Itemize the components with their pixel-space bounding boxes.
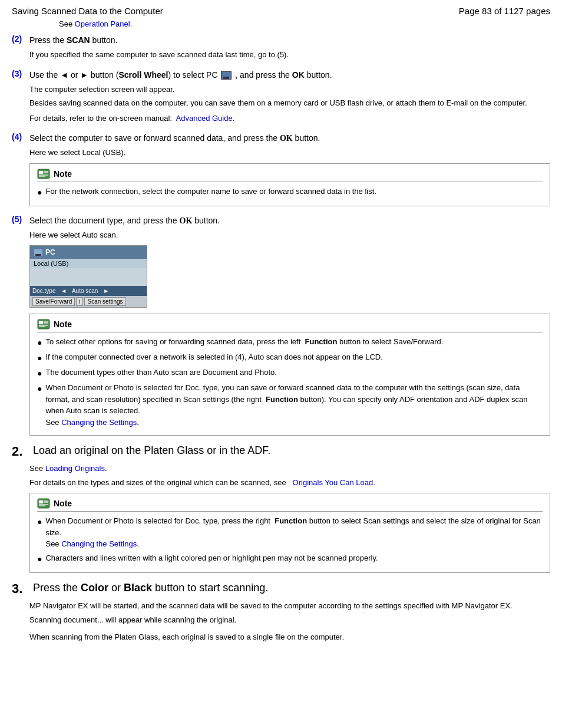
advanced-guide-link[interactable]: Advanced Guide xyxy=(176,114,233,123)
big-step-3-num: 3. xyxy=(12,581,33,597)
note5-item-4: ● When Document or Photo is selected for… xyxy=(37,382,543,428)
note-title-5: Note xyxy=(54,319,72,329)
big-step-3: 3. Press the Color or Black button to st… xyxy=(12,581,550,597)
loading-originals-link[interactable]: Loading Originals xyxy=(45,464,105,473)
svg-rect-7 xyxy=(39,321,43,324)
step-3-desc1: The computer selection screen will appea… xyxy=(29,84,550,95)
lcd-screenshot: PC Local (USB) Doc.type ◄ Auto scan ► Sa… xyxy=(29,245,147,308)
step-2-heading: Press the SCAN button. xyxy=(29,34,117,47)
step-4-heading: Select the computer to save or forward s… xyxy=(29,132,320,144)
changing-settings-link1[interactable]: Changing the Settings xyxy=(61,418,137,427)
big-step-3-desc2: Scanning document... will appear while s… xyxy=(29,614,550,626)
lcd-pc-label: PC xyxy=(45,248,55,256)
step-2-num: (2) xyxy=(12,34,29,44)
b2-note-item-1: ● When Document or Photo is selected for… xyxy=(37,515,543,550)
big-step-3-desc1: MP Navigator EX will be started, and the… xyxy=(29,600,550,612)
step-3-desc3: For details, refer to the on-screen manu… xyxy=(29,113,550,124)
step-5-desc: Here we select Auto scan. xyxy=(29,229,550,241)
step-4-num: (4) xyxy=(12,132,29,141)
operation-panel-link[interactable]: Operation Panel xyxy=(75,19,130,28)
see-prefix: See xyxy=(59,19,75,28)
big-step-2-details: For details on the types and sizes of th… xyxy=(29,477,550,489)
step-3-num: (3) xyxy=(12,69,29,78)
step-3: (3) Use the ◄ or ► button (Scroll Wheel)… xyxy=(12,69,550,124)
big-step-2-note: Note ● When Document or Photo is selecte… xyxy=(29,493,550,573)
step-5-note: Note ● To select other options for savin… xyxy=(29,314,550,436)
lcd-auto-scan: Auto scan xyxy=(72,288,98,294)
note-item-1: ● For the network connection, select the… xyxy=(37,186,543,199)
step-4-desc: Here we select Local (USB). xyxy=(29,147,550,159)
lcd-save-forward: Save/Forward xyxy=(32,297,75,306)
note5-item-1: ● To select other options for saving or … xyxy=(37,336,543,349)
big-step-3-desc4: When scanning from the Platen Glass, eac… xyxy=(12,631,550,643)
b2-note-item-2: ● Characters and lines written with a li… xyxy=(37,552,543,565)
step-5: (5) Select the document type, and press … xyxy=(12,215,550,436)
step-2: (2) Press the SCAN button. If you specif… xyxy=(12,34,550,61)
lcd-info: i xyxy=(76,297,83,306)
step-3-desc2: Besides saving scanned data on the compu… xyxy=(29,97,550,109)
changing-settings-link2[interactable]: Changing the Settings xyxy=(61,539,137,548)
lcd-arrow-right: ► xyxy=(103,288,109,294)
big-step-2-see: See Loading Originals. xyxy=(29,463,550,475)
step-3-heading: Use the ◄ or ► button (Scroll Wheel) to … xyxy=(29,69,332,81)
page-number: Page 83 of 1127 pages xyxy=(459,6,550,16)
note5-item-2: ● If the computer connected over a netwo… xyxy=(37,351,543,364)
step-2-desc: If you specified the same computer to sa… xyxy=(29,49,550,61)
step-5-heading: Select the document type, and press the … xyxy=(29,215,220,227)
svg-rect-13 xyxy=(39,500,43,503)
see-operation-panel: See Operation Panel. xyxy=(59,19,550,28)
note-title-b2: Note xyxy=(54,499,72,508)
step-4: (4) Select the computer to save or forwa… xyxy=(12,132,550,206)
note5-item-3: ● The document types other than Auto sca… xyxy=(37,367,543,380)
lcd-local-usb: Local (USB) xyxy=(30,259,147,268)
note-icon-b2 xyxy=(37,498,50,509)
note-title: Note xyxy=(54,169,72,179)
step-4-note: Note ● For the network connection, selec… xyxy=(29,163,550,206)
svg-rect-1 xyxy=(39,171,43,174)
page-title: Saving Scanned Data to the Computer xyxy=(12,6,163,16)
note-icon-5 xyxy=(37,319,50,330)
big-step-2-num: 2. xyxy=(12,444,33,459)
lcd-doctype: Doc.type xyxy=(32,288,55,294)
note-icon xyxy=(37,169,50,179)
lcd-scan-settings: Scan settings xyxy=(84,297,125,306)
originals-you-can-load-link[interactable]: Originals You Can Load xyxy=(293,478,373,487)
lcd-arrow-left: ◄ xyxy=(61,288,67,294)
big-step-2-text: Load an original on the Platen Glass or … xyxy=(33,444,270,457)
big-step-3-text: Press the Color or Black button to start… xyxy=(33,581,268,595)
step-5-num: (5) xyxy=(12,215,29,224)
big-step-2: 2. Load an original on the Platen Glass … xyxy=(12,444,550,459)
